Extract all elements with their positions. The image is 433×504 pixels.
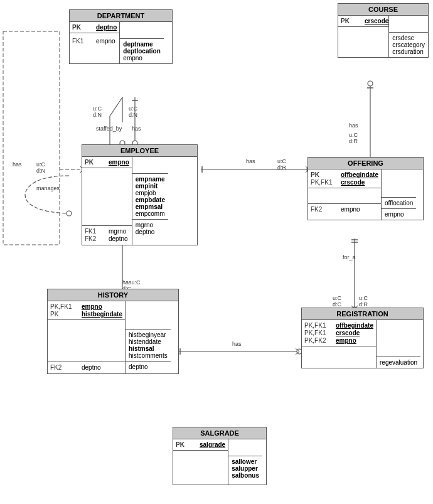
label-uc-emp-off: u:C (277, 158, 286, 164)
label-has-left: has (13, 161, 22, 168)
course-pk-label: PK (341, 18, 365, 24)
off-fk2-label: FK2 (311, 206, 341, 213)
hist-attr-histbeginyear: histbeginyear (129, 331, 168, 338)
salgrade-header: SALGRADE (173, 427, 266, 439)
course-pk-attr: crscode (365, 18, 388, 24)
emp-attr-empname: empname (136, 176, 165, 183)
hist-pkfk1-label: PK,FK1 (50, 303, 82, 310)
reg-pkfk1b-attr: crscode (336, 330, 360, 336)
dept-pk-attr: deptno (96, 24, 117, 31)
off-pk-attr: offbegindate (341, 171, 378, 178)
history-keys: PK,FK1 empno PK histbegindate FK2 deptno (48, 301, 126, 373)
emp-attr-empinit: empinit (136, 183, 165, 190)
hist-attr-histcomments: histcomments (129, 352, 168, 359)
emp-fk1-attr: mgrno (109, 228, 126, 235)
off-attr-empno: empno (385, 211, 413, 218)
employee-keys: PK empno FK1 mgrno FK2 deptno (82, 157, 132, 245)
label-dn-manages: d:N (36, 168, 45, 174)
reg-pkfk1a-label: PK,FK1 (304, 322, 336, 329)
hist-attr-histmsal: histmsal (129, 345, 168, 352)
course-attr-crsdesc: crsdesc (392, 35, 425, 41)
svg-point-31 (368, 81, 373, 86)
label-has3: has (232, 341, 242, 347)
history-entity: HISTORY PK,FK1 empno PK histbegindate FK… (47, 289, 179, 374)
dept-attr-deptlocation: deptlocation (123, 48, 160, 55)
label-dc-for: d:C (333, 301, 341, 308)
emp-pk-attr: empno (109, 159, 129, 166)
department-header: DEPARTMENT (70, 10, 172, 22)
off-attr-offlocation: offlocation (385, 200, 413, 206)
emp-attr-empjob: empjob (136, 190, 165, 196)
offering-header: OFFERING (308, 158, 423, 169)
employee-attrs: empname empinit empjob empbdate empmsal … (132, 157, 168, 245)
course-attr-crsduration: crsduration (392, 48, 425, 55)
label-has-course: has (349, 122, 358, 129)
salgrade-attrs: sallower salupper salbonus (228, 439, 262, 485)
reg-attr-regevaluation: regevaluation (380, 359, 417, 366)
label-uc-manages: u:C (36, 161, 45, 168)
label-has1: has (132, 126, 141, 132)
emp-fk1-label: FK1 (85, 228, 109, 235)
sal-pk-label: PK (176, 441, 200, 448)
department-entity: DEPARTMENT PK deptno FK1 empno deptname … (69, 9, 173, 64)
emp-attr-mgrno: mgrno (136, 222, 165, 228)
off-pk-label: PK (311, 171, 341, 178)
svg-point-34 (67, 211, 72, 216)
emp-attr-empbdate: empbdate (136, 196, 165, 203)
label-hasu-c: hasu:C (122, 279, 141, 286)
registration-header: REGISTRATION (302, 308, 423, 320)
dept-fk1-label: FK1 (72, 38, 96, 45)
dept-attr-deptname: deptname (123, 41, 160, 48)
svg-rect-4 (3, 31, 60, 245)
offering-keys: PK offbegindate PK,FK1 crscode FK2 empno (308, 169, 382, 220)
sal-attr-sallower: sallower (232, 458, 259, 465)
label-manages: manages (36, 185, 60, 191)
label-uc-for2: u:C (359, 295, 368, 301)
reg-pkfk2-label: PK,FK2 (304, 337, 336, 344)
offering-attrs: offlocation empno (382, 169, 416, 220)
hist-attr-deptno: deptno (129, 363, 168, 370)
off-fk2-attr: empno (341, 206, 360, 213)
svg-line-25 (296, 351, 299, 355)
reg-pkfk1b-label: PK,FK1 (304, 330, 336, 336)
emp-fk2-label: FK2 (85, 235, 109, 242)
label-uc-has1: u:C (129, 105, 137, 112)
hist-pk-attr: histbegindate (82, 311, 122, 318)
employee-entity: EMPLOYEE PK empno FK1 mgrno FK2 deptno (82, 144, 198, 245)
course-attrs: crsdesc crscategory crsduration (389, 16, 428, 57)
emp-fk2-attr: deptno (109, 235, 128, 242)
hist-fk2-label: FK2 (50, 364, 82, 371)
history-header: HISTORY (48, 289, 178, 301)
svg-line-24 (296, 348, 299, 351)
label-dr-course: d:R (349, 138, 358, 144)
svg-line-1 (110, 97, 122, 116)
employee-header: EMPLOYEE (82, 145, 197, 157)
hist-pk-label: PK (50, 311, 82, 318)
label-has2: has (246, 158, 255, 164)
emp-attr-empmsal: empmsal (136, 203, 165, 210)
course-attr-crscategory: crscategory (392, 41, 425, 48)
sal-attr-salupper: salupper (232, 465, 259, 472)
label-staffed-by: staffed_by (96, 126, 122, 132)
label-uc-course: u:C (349, 132, 358, 138)
course-entity: COURSE PK crscode crsdesc crscategory cr… (338, 3, 429, 58)
label-dn-has1: d:N (129, 112, 137, 118)
label-uc-staffed: u:C (93, 105, 102, 112)
off-pkfk1-attr: crscode (341, 179, 365, 186)
emp-attr-deptno: deptno (136, 228, 165, 235)
hist-pkfk1-attr: empno (82, 303, 102, 310)
sal-attr-salbonus: salbonus (232, 472, 259, 479)
emp-attr-empcomm: empcomm (136, 210, 165, 217)
hist-fk2-attr: deptno (82, 364, 101, 371)
course-keys: PK crscode (338, 16, 389, 57)
department-keys: PK deptno FK1 empno (70, 22, 120, 63)
registration-entity: REGISTRATION PK,FK1 offbegindate PK,FK1 … (301, 308, 424, 368)
dept-fk1-attr: empno (96, 38, 115, 45)
salgrade-keys: PK salgrade (173, 439, 228, 485)
reg-pkfk1a-attr: offbegindate (336, 322, 373, 329)
department-attrs: deptname deptlocation empno (120, 22, 163, 63)
salgrade-entity: SALGRADE PK salgrade sallower salupper s… (173, 427, 267, 485)
off-pkfk1-label: PK,FK1 (311, 179, 341, 186)
offering-entity: OFFERING PK offbegindate PK,FK1 crscode … (307, 157, 424, 220)
reg-pkfk2-attr: empno (336, 337, 356, 344)
